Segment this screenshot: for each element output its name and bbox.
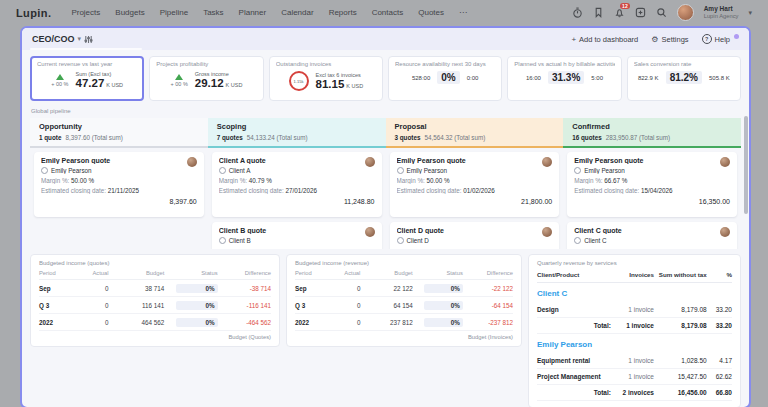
nav-item-contacts[interactable]: Contacts (372, 8, 404, 17)
action-settings[interactable]: ⚙Settings (651, 35, 688, 44)
nav-item-calendar[interactable]: Calendar (281, 8, 313, 17)
trend-up-icon (56, 74, 64, 80)
kpi-value: 29.12 (195, 77, 224, 89)
action-help[interactable]: ?Help (702, 34, 739, 44)
stage-header-confirmed[interactable]: Confirmed16 quotes283,950.87 (Total sum) (563, 118, 741, 148)
total-percent: 66.80 (707, 385, 732, 401)
table-header-row: Client/ProductInvoicesSum without tax% (537, 268, 732, 283)
column-header: Budget (360, 268, 412, 280)
closing-label: Estimated closing date: (219, 187, 286, 194)
kpi-center-value: 31.3% (548, 71, 584, 84)
bookmark-icon[interactable] (593, 7, 604, 18)
kpi-left-value: 528:00 (412, 75, 430, 81)
closing-value: 15/04/2026 (641, 187, 673, 194)
kpi-card-projects-profitability[interactable]: Projects profitability+ 00 %Gross income… (149, 56, 263, 101)
header-actions: 12 Amy Hart Lupin Agency ▾ (572, 4, 752, 21)
quote-card[interactable]: Emily Pearson quoteEmily PearsonMargin %… (567, 152, 737, 217)
nav-item-reports[interactable]: Reports (329, 8, 357, 17)
client-icon (574, 237, 581, 244)
margin-label: Margin %: (574, 177, 604, 184)
kpi-card-sales-conversion-rate[interactable]: Sales conversion rate822.9 K81.2%505.8 K (627, 56, 741, 101)
panel-title: Budgeted income (quotes) (39, 260, 271, 266)
action-label: Help (715, 35, 730, 44)
stage-header-proposal[interactable]: Proposal3 quotes54,564.32 (Total sum) (386, 118, 564, 148)
stage-stats: 7 quotes54,133.24 (Total sum) (217, 134, 377, 141)
bell-icon[interactable]: 12 (614, 7, 625, 18)
quote-card[interactable]: Emily Pearson quoteEmily PearsonMargin %… (390, 152, 560, 217)
budget-cell: 116 141 (109, 297, 165, 314)
sum-cell: 1,028.50 (654, 353, 707, 369)
group-name-link[interactable]: Client C (537, 283, 732, 303)
stage-header-opportunity[interactable]: Opportunity1 quote8,397.60 (Total sum) (30, 118, 208, 148)
nav-item-budgets[interactable]: Budgets (115, 8, 144, 17)
dashboard-toolbar: CEO/COO ▾ +Add to dashboard⚙Settings?Hel… (22, 28, 749, 50)
nav-item-item[interactable]: ⋯ (459, 8, 467, 17)
table-row: Q 3064 1540%-64 154 (295, 297, 513, 314)
panel-title: Quarterly revenue by services (537, 260, 732, 266)
app-logo[interactable]: Lupin. (16, 7, 51, 19)
client-name: Emily Pearson (51, 167, 92, 174)
quote-card[interactable]: Client B quoteClient B (212, 222, 382, 249)
table-header-row: PeriodActualBudgetStatusDifference (39, 268, 271, 280)
actual-cell: 0 (76, 297, 108, 314)
action-add-to-dashboard[interactable]: +Add to dashboard (571, 35, 638, 44)
search-icon[interactable] (656, 7, 667, 18)
user-avatar[interactable] (677, 4, 694, 21)
table-row: Sep022 1220%-22 122 (295, 280, 513, 297)
kpi-card-outstanding-invoices[interactable]: Outstanding invoices1.15kExcl tax 6 invo… (269, 56, 383, 101)
chevron-down-icon[interactable]: ▾ (748, 9, 752, 17)
client-name: Emily Pearson (407, 167, 448, 174)
group-name-link[interactable]: Emily Pearson (537, 334, 732, 354)
panel-title: Budgeted income (revenue) (295, 260, 513, 266)
kpi-card-planned-vs-actual-h-by-billable-activities[interactable]: Planned vs actual h by billable activiti… (507, 56, 621, 101)
nav-item-planner[interactable]: Planner (239, 8, 267, 17)
nav-item-quotes[interactable]: Quotes (418, 8, 444, 17)
dashboard-panel: CEO/COO ▾ +Add to dashboard⚙Settings?Hel… (20, 26, 751, 407)
stage-column-proposal: Emily Pearson quoteEmily PearsonMargin %… (386, 148, 564, 249)
gauge-ring-icon: 1.15k (289, 71, 309, 91)
kpi-card-resource-availability-next-30-days[interactable]: Resource availability next 30 days528:00… (388, 56, 502, 101)
quote-card[interactable]: Client D quoteClient D (390, 222, 560, 249)
total-row: Total:1 invoice8,179.0833.20 (537, 318, 732, 334)
client-icon (574, 167, 581, 174)
plus-icon: + (571, 35, 576, 44)
avatar (720, 227, 730, 237)
kpi-left-value: 822.9 K (638, 75, 659, 81)
kpi-card-current-revenue-vs-last-year[interactable]: Current revenue vs last year+ 00 %Sum (E… (30, 56, 144, 101)
action-label: Settings (661, 35, 688, 44)
nav-item-pipeline[interactable]: Pipeline (160, 8, 188, 17)
dashboard-body: Current revenue vs last year+ 00 %Sum (E… (22, 50, 749, 407)
quote-card[interactable]: Emily Pearson quoteEmily PearsonMargin %… (34, 152, 204, 217)
user-info[interactable]: Amy Hart Lupin Agency (704, 5, 739, 19)
chevron-down-icon[interactable]: ▾ (78, 35, 82, 43)
table-row: Sep038 7140%-38 714 (39, 280, 271, 297)
table-row: 20220464 5620%-464 562 (39, 314, 271, 331)
stage-total: 283,950.87 (Total sum) (606, 134, 670, 141)
quote-card[interactable]: Client C quoteClient C (567, 222, 737, 249)
stage-header-scoping[interactable]: Scoping7 quotes54,133.24 (Total sum) (208, 118, 386, 148)
kpi-title: Planned vs actual h by billable activiti… (514, 61, 614, 67)
vertical-scrollbar[interactable] (744, 116, 748, 214)
quote-card[interactable]: Client A quoteClient AMargin %: 40.79 %E… (212, 152, 382, 217)
client-name: Client A (229, 167, 251, 174)
status-cell: 0% (413, 314, 463, 331)
quote-title: Emily Pearson quote (397, 157, 553, 164)
product-cell: Project Management (537, 369, 619, 385)
column-header: Difference (463, 268, 513, 280)
stage-quote-count: 3 quotes (395, 134, 421, 141)
kpi-title: Current revenue vs last year (37, 61, 137, 67)
dashboard-title[interactable]: CEO/COO (32, 34, 75, 44)
client-icon (41, 167, 48, 174)
period-cell: Sep (39, 280, 76, 297)
total-sum: 8,179.08 (654, 318, 707, 334)
notification-dot (734, 34, 739, 39)
nav-item-projects[interactable]: Projects (71, 8, 100, 17)
timer-icon[interactable] (572, 7, 583, 18)
filter-icon[interactable] (84, 30, 93, 48)
column-header: Actual (330, 268, 361, 280)
kpi-title: Outstanding invoices (276, 61, 376, 67)
nav-item-tasks[interactable]: Tasks (203, 8, 223, 17)
quote-title: Client D quote (397, 227, 553, 234)
quote-amount: 21,800.00 (397, 198, 553, 205)
add-new-icon[interactable] (635, 7, 646, 18)
